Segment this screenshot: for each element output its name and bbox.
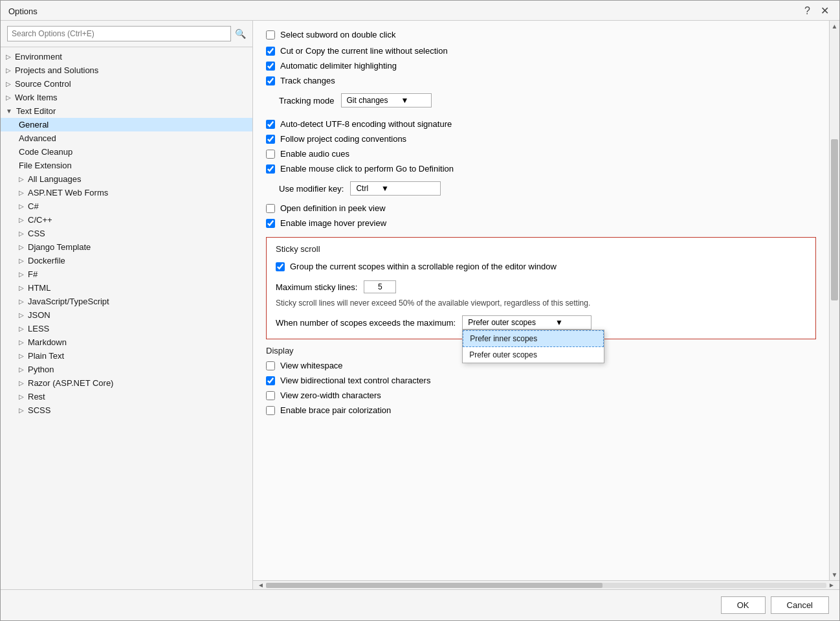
tree-item-less[interactable]: ▷ LESS [1,322,252,335]
ok-button[interactable]: OK [721,596,766,614]
checkbox-view-zero-width[interactable] [266,391,275,400]
modifier-key-dropdown[interactable]: Ctrl ▼ [350,181,441,196]
checkbox-select-subword[interactable] [266,30,275,40]
tree-item-all-languages[interactable]: ▷ All Languages [1,172,252,186]
tree-item-html[interactable]: ▷ HTML [1,281,252,295]
scope-dropdown-arrow: ▼ [555,318,563,327]
chevron-right-icon: ▷ [19,175,24,183]
setting-track-changes: Track changes [266,73,816,88]
checkbox-sticky-scroll[interactable] [276,262,285,271]
chevron-right-icon: ▷ [19,393,24,400]
scope-dropdown-list: Prefer inner scopes Prefer outer scopes [462,330,604,363]
tree-item-aspnet[interactable]: ▷ ASP.NET Web Forms [1,186,252,199]
chevron-right-icon: ▷ [6,67,11,74]
tree-item-label: JSON [28,310,50,320]
modifier-key-row: Use modifier key: Ctrl ▼ [266,179,816,198]
tree-item-css[interactable]: ▷ CSS [1,227,252,240]
chevron-right-icon: ▷ [19,257,24,264]
chevron-right-icon: ▷ [6,94,11,101]
tree-item-razor[interactable]: ▷ Razor (ASP.NET Core) [1,376,252,390]
tree-item-work-items[interactable]: ▷ Work Items [1,91,252,104]
tree-item-label: Rest [28,392,45,401]
scroll-left-arrow[interactable]: ◄ [256,581,266,589]
tree-item-source-control[interactable]: ▷ Source Control [1,77,252,91]
tree-item-markdown[interactable]: ▷ Markdown [1,335,252,349]
tree-item-cpp[interactable]: ▷ C/C++ [1,213,252,227]
tree-item-fsharp[interactable]: ▷ F# [1,267,252,281]
checkbox-mouse-click[interactable] [266,164,275,174]
tracking-mode-row: Tracking mode Git changes ▼ [266,91,816,110]
setting-brace-pair: Enable brace pair colorization [266,403,816,418]
tree-item-label: Plain Text [28,351,64,361]
tree-item-django[interactable]: ▷ Django Template [1,240,252,254]
chevron-right-icon: ▷ [19,203,24,210]
tree-item-advanced[interactable]: Advanced [1,131,252,145]
tree-item-plain-text[interactable]: ▷ Plain Text [1,349,252,363]
chevron-right-icon: ▷ [19,243,24,251]
checkbox-view-bidi[interactable] [266,376,275,385]
dropdown-option-prefer-inner[interactable]: Prefer inner scopes [463,330,604,347]
content-area: Select subword on double click Cut or Co… [253,21,829,580]
chevron-right-icon: ▷ [6,80,11,87]
close-button[interactable]: ✕ [818,6,832,16]
max-lines-input[interactable] [364,280,396,293]
chevron-right-icon: ▷ [19,311,24,319]
checkbox-track-changes[interactable] [266,76,275,85]
tree-item-label: Dockerfile [28,256,65,265]
tree-item-code-cleanup[interactable]: Code Cleanup [1,145,252,159]
tree-item-rest[interactable]: ▷ Rest [1,390,252,403]
chevron-right-icon: ▷ [19,230,24,237]
setting-audio-cues: Enable audio cues [266,146,816,161]
tracking-mode-dropdown[interactable]: Git changes ▼ [341,93,432,107]
hscroll-thumb[interactable] [266,583,602,588]
tree-item-label: JavaScript/TypeScript [28,297,109,306]
checkbox-brace-pair[interactable] [266,406,275,415]
tree-item-label: HTML [28,283,50,293]
tree-item-general[interactable]: General [1,118,252,131]
checkbox-audio-cues[interactable] [266,150,275,159]
tree-item-csharp[interactable]: ▷ C# [1,199,252,213]
scope-dropdown-button[interactable]: Prefer outer scopes ▼ [462,315,591,330]
search-input[interactable] [7,26,231,41]
checkbox-utf8[interactable] [266,120,275,129]
tree-item-dockerfile[interactable]: ▷ Dockerfile [1,254,252,267]
sticky-scroll-hint: Sticky scroll lines will never exceed 50… [276,296,806,313]
right-panel: Select subword on double click Cut or Co… [253,21,839,589]
checkbox-cut-copy[interactable] [266,47,275,56]
tree-item-label: Markdown [28,337,67,347]
cancel-button[interactable]: Cancel [771,596,829,614]
help-button[interactable]: ? [802,6,813,16]
tree-item-python[interactable]: ▷ Python [1,363,252,376]
scroll-right-arrow[interactable]: ► [826,581,837,589]
tracking-mode-label: Tracking mode [279,96,335,106]
modifier-key-arrow: ▼ [381,184,389,193]
checkbox-image-hover[interactable] [266,219,275,228]
scroll-down-arrow[interactable]: ▼ [830,569,839,580]
checkbox-auto-delimiter[interactable] [266,62,275,71]
tree-item-text-editor[interactable]: ▼ Text Editor [1,104,252,118]
tree-item-json[interactable]: ▷ JSON [1,308,252,322]
modifier-key-label: Use modifier key: [279,184,344,194]
checkbox-view-whitespace[interactable] [266,361,275,370]
scroll-thumb[interactable] [831,139,838,300]
dropdown-option-prefer-outer[interactable]: Prefer outer scopes [463,347,604,363]
checkbox-open-peek[interactable] [266,204,275,213]
vertical-scrollbar: ▲ ▼ [829,21,839,580]
chevron-right-icon: ▷ [19,284,24,291]
tree-item-file-extension[interactable]: File Extension [1,159,252,172]
search-button[interactable]: 🔍 [235,28,246,39]
scroll-up-arrow[interactable]: ▲ [830,21,839,32]
setting-auto-delimiter: Automatic delimiter highlighting [266,58,816,73]
scope-row: When number of scopes exceeds the maximu… [276,313,806,332]
left-panel: 🔍 ▷ Environment ▷ Projects and Solutions… [1,21,253,589]
tree-item-label: Django Template [28,242,91,252]
tree-item-scss[interactable]: ▷ SCSS [1,403,252,417]
tree-item-projects-solutions[interactable]: ▷ Projects and Solutions [1,63,252,77]
tree-item-label: Work Items [15,93,58,102]
checkbox-project-coding[interactable] [266,135,275,144]
tree-item-label: General [19,120,49,130]
chevron-right-icon: ▷ [19,189,24,196]
scope-dropdown-wrap: Prefer outer scopes ▼ Prefer inner scope… [462,315,591,330]
tree-item-environment[interactable]: ▷ Environment [1,50,252,63]
tree-item-js-ts[interactable]: ▷ JavaScript/TypeScript [1,295,252,308]
